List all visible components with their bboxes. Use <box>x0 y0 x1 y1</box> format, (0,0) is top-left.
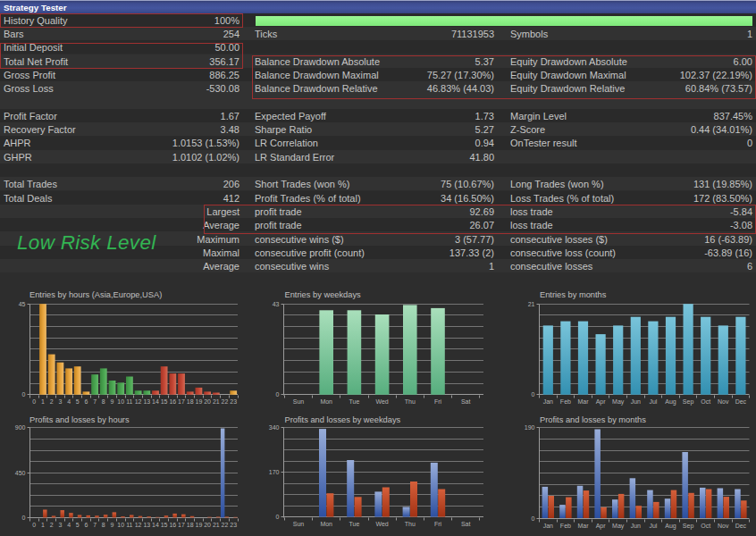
svg-text:Entries by hours (Asia,Europe,: Entries by hours (Asia,Europe,USA) <box>29 290 162 299</box>
svg-text:Aug: Aug <box>665 523 676 530</box>
svg-text:Jul: Jul <box>649 523 657 529</box>
svg-text:450: 450 <box>15 470 26 476</box>
svg-text:Mar: Mar <box>577 398 589 405</box>
svg-text:Oct: Oct <box>701 523 710 529</box>
svg-text:0: 0 <box>532 391 535 398</box>
svg-text:Jan: Jan <box>543 523 553 529</box>
svg-text:190: 190 <box>525 424 535 431</box>
svg-text:17: 17 <box>178 522 185 528</box>
svg-text:23: 23 <box>230 398 237 405</box>
svg-text:0: 0 <box>32 398 36 405</box>
svg-text:10: 10 <box>117 398 124 405</box>
svg-text:900: 900 <box>15 424 26 431</box>
svg-text:13: 13 <box>143 398 150 405</box>
svg-text:0: 0 <box>276 391 280 398</box>
svg-text:23: 23 <box>230 522 237 528</box>
svg-text:19: 19 <box>196 398 203 405</box>
svg-text:May: May <box>612 523 625 530</box>
svg-text:21: 21 <box>528 301 535 307</box>
svg-text:Entries by months: Entries by months <box>540 290 607 299</box>
svg-text:Mar: Mar <box>577 523 589 529</box>
svg-text:Jun: Jun <box>631 398 641 405</box>
svg-text:3: 3 <box>58 398 62 405</box>
svg-text:6: 6 <box>84 522 88 528</box>
svg-text:21: 21 <box>213 522 220 528</box>
svg-text:11: 11 <box>126 398 132 405</box>
svg-text:Profits and losses by weekdays: Profits and losses by weekdays <box>285 415 401 424</box>
svg-text:Feb: Feb <box>560 523 571 529</box>
svg-text:0: 0 <box>32 522 36 528</box>
svg-text:Apr: Apr <box>596 398 607 406</box>
svg-text:May: May <box>612 398 625 406</box>
svg-text:Fri: Fri <box>434 398 442 405</box>
svg-text:Dec: Dec <box>735 398 747 405</box>
svg-text:5: 5 <box>76 522 80 528</box>
svg-text:12: 12 <box>135 522 142 528</box>
svg-text:12: 12 <box>135 398 142 405</box>
svg-text:20: 20 <box>204 522 211 528</box>
svg-text:10: 10 <box>117 522 124 528</box>
svg-text:Feb: Feb <box>560 398 571 405</box>
svg-text:11: 11 <box>126 522 132 528</box>
svg-text:8: 8 <box>102 522 105 528</box>
svg-text:22: 22 <box>222 522 229 528</box>
svg-text:Profits and losses by months: Profits and losses by months <box>540 415 646 424</box>
svg-text:Sat: Sat <box>461 398 471 405</box>
svg-text:Thu: Thu <box>405 521 416 527</box>
svg-text:43: 43 <box>273 301 280 307</box>
svg-text:Jul: Jul <box>649 398 657 405</box>
svg-text:Sep: Sep <box>683 398 694 406</box>
svg-text:Profits and losses by hours: Profits and losses by hours <box>29 415 130 424</box>
svg-text:0: 0 <box>276 514 280 520</box>
svg-text:Apr: Apr <box>596 523 607 530</box>
svg-text:Wed: Wed <box>375 398 388 405</box>
svg-text:Nov: Nov <box>718 398 729 405</box>
svg-text:22: 22 <box>222 398 229 405</box>
svg-text:2: 2 <box>50 398 54 405</box>
svg-text:0: 0 <box>22 515 26 521</box>
svg-text:Jan: Jan <box>543 398 553 405</box>
svg-text:0: 0 <box>532 515 535 522</box>
svg-text:16: 16 <box>169 398 176 405</box>
svg-text:Fri: Fri <box>434 521 442 527</box>
svg-text:Oct: Oct <box>701 398 710 405</box>
svg-text:4: 4 <box>67 398 71 405</box>
svg-text:Wed: Wed <box>375 521 388 527</box>
svg-text:1: 1 <box>41 398 45 405</box>
svg-text:21: 21 <box>213 398 220 405</box>
svg-text:Sat: Sat <box>461 521 471 527</box>
svg-text:9: 9 <box>111 398 114 405</box>
svg-text:13: 13 <box>143 522 150 528</box>
svg-text:20: 20 <box>204 398 211 405</box>
svg-text:Tue: Tue <box>349 521 359 527</box>
svg-text:6: 6 <box>84 398 88 405</box>
svg-text:7: 7 <box>93 398 97 405</box>
svg-text:340: 340 <box>269 424 280 431</box>
svg-text:Sep: Sep <box>683 523 694 530</box>
svg-text:Dec: Dec <box>735 523 747 529</box>
svg-text:0: 0 <box>22 391 26 398</box>
svg-text:18: 18 <box>187 398 194 405</box>
svg-text:Entries by weekdays: Entries by weekdays <box>285 290 362 299</box>
svg-text:Sun: Sun <box>293 398 305 405</box>
svg-text:Mon: Mon <box>320 398 332 405</box>
svg-text:Thu: Thu <box>405 398 416 405</box>
svg-text:15: 15 <box>161 398 168 405</box>
svg-text:2: 2 <box>50 522 54 528</box>
svg-text:7: 7 <box>93 522 97 528</box>
svg-text:3: 3 <box>58 522 62 528</box>
svg-text:Mon: Mon <box>320 521 332 527</box>
svg-text:5: 5 <box>76 398 80 405</box>
svg-text:9: 9 <box>111 522 114 528</box>
svg-text:8: 8 <box>102 398 105 405</box>
svg-text:15: 15 <box>161 522 168 528</box>
svg-text:Tue: Tue <box>349 398 359 405</box>
svg-text:45: 45 <box>19 301 26 307</box>
svg-text:Sun: Sun <box>293 521 305 527</box>
svg-text:Aug: Aug <box>665 398 676 406</box>
svg-text:14: 14 <box>152 522 159 528</box>
svg-text:18: 18 <box>187 522 194 528</box>
svg-text:170: 170 <box>269 469 280 475</box>
svg-text:4: 4 <box>67 522 71 528</box>
svg-text:Nov: Nov <box>718 523 729 529</box>
